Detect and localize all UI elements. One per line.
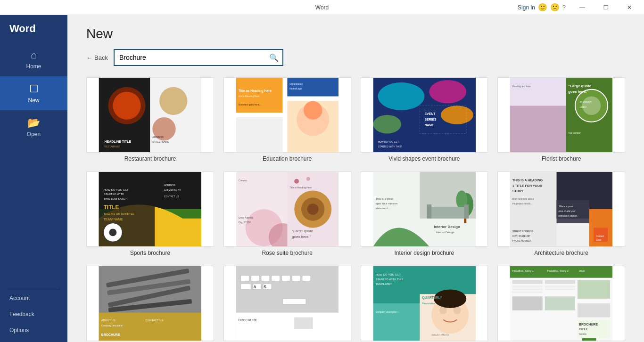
svg-text:ABOUT US: ABOUT US	[101, 319, 116, 322]
svg-text:STARTED WITH: STARTED WITH	[104, 193, 124, 195]
svg-text:STORY: STORY	[512, 189, 524, 193]
svg-text:Headline, Story 1: Headline, Story 1	[512, 269, 534, 272]
svg-text:A: A	[253, 285, 256, 289]
svg-point-65	[306, 177, 310, 181]
svg-text:Contact: Contact	[596, 235, 605, 237]
svg-rect-167	[582, 338, 596, 341]
svg-rect-34	[510, 106, 566, 152]
happy-face-icon[interactable]: 🙂	[538, 3, 547, 12]
template-card-sports[interactable]: HOW DO YOU GET STARTED WITH THIS TEMPLAT…	[86, 171, 214, 256]
svg-rect-137	[373, 303, 420, 341]
sidebar-bottom: Account Feedback Options	[0, 290, 67, 342]
template-label-florist: Florist brochure	[542, 155, 581, 162]
minimize-button[interactable]: —	[571, 0, 593, 15]
template-card-florist[interactable]: FLORIST LOGO "Large quote goes here." To…	[497, 77, 625, 162]
main-content: New ← Back 🔍	[67, 15, 644, 342]
sidebar-item-open[interactable]: 📂 Open	[0, 110, 67, 144]
template-label-education: Education brochure	[263, 155, 312, 162]
svg-text:TITLE: TITLE	[104, 204, 119, 211]
svg-text:Newsletter: Newsletter	[422, 302, 435, 305]
back-arrow-icon: ←	[86, 54, 92, 61]
template-card-rose[interactable]: Title or Heading Here "Large quote goes …	[223, 171, 351, 256]
svg-rect-154	[512, 288, 543, 290]
restore-button[interactable]: ❐	[595, 0, 617, 15]
svg-text:HEADLINE TITLE: HEADLINE TITLE	[105, 140, 132, 143]
sidebar-item-options[interactable]: Options	[0, 322, 67, 338]
svg-rect-159	[578, 280, 610, 299]
close-button[interactable]: ✕	[619, 0, 640, 15]
svg-rect-121	[281, 276, 290, 281]
svg-text:Heading text here: Heading text here	[512, 85, 531, 88]
template-card-baby[interactable]: HOW DO YOU GET STARTED WITH THIS TEMPLAT…	[361, 266, 488, 342]
svg-text:STREET ADDRESS: STREET ADDRESS	[512, 230, 534, 233]
svg-text:spot for a mission: spot for a mission	[375, 202, 397, 205]
search-button[interactable]: 🔍	[265, 50, 282, 65]
svg-text:goes here.": goes here."	[568, 90, 588, 94]
sidebar-item-home[interactable]: ⌂ Home	[0, 42, 67, 76]
svg-text:TEAM NAME: TEAM NAME	[104, 218, 123, 221]
svg-text:STREET NAME: STREET NAME	[152, 141, 169, 143]
svg-text:City, ST ZIP: City, ST ZIP	[238, 221, 251, 224]
sidebar-item-account[interactable]: Account	[0, 290, 67, 306]
svg-text:QUARTERLY: QUARTERLY	[422, 296, 442, 300]
svg-text:Interior Design: Interior Design	[434, 225, 460, 229]
svg-text:HOW DO YOU GET: HOW DO YOU GET	[375, 273, 400, 276]
svg-text:BROCHURE: BROCHURE	[238, 318, 257, 322]
page-title: New	[86, 26, 625, 41]
svg-text:Body text goes here...: Body text goes here...	[238, 104, 261, 106]
search-input[interactable]	[115, 50, 265, 65]
svg-text:BROCHURE: BROCHURE	[101, 333, 120, 336]
svg-text:Company description: Company description	[375, 311, 397, 313]
template-card-keyboard[interactable]: A S COMPANY LOGO BROCHURE	[223, 266, 351, 342]
sidebar-item-feedback[interactable]: Feedback	[0, 306, 67, 322]
template-thumb-sports: HOW DO YOU GET STARTED WITH THIS TEMPLAT…	[86, 171, 214, 247]
svg-rect-161	[545, 296, 575, 310]
svg-text:Company description: Company description	[101, 325, 123, 327]
template-card-restaurant[interactable]: HEADLINE TITLE RESTAURANT ADDRESS STREET…	[86, 77, 214, 162]
svg-rect-124	[240, 284, 251, 290]
template-card-tools[interactable]: ABOUT US CONTACT US Company description …	[86, 266, 214, 342]
back-button[interactable]: ← Back	[86, 54, 108, 61]
template-card-news[interactable]: BROCHURE TITLE Subtitle Headline, Story …	[497, 266, 625, 342]
svg-rect-119	[261, 276, 270, 281]
search-input-wrap: 🔍	[114, 49, 283, 66]
svg-text:Logo: Logo	[596, 239, 602, 241]
svg-text:NAME: NAME	[424, 123, 434, 127]
sad-face-icon[interactable]: 🙁	[550, 3, 560, 12]
svg-text:CONTACT US: CONTACT US	[164, 195, 179, 198]
svg-rect-120	[272, 276, 280, 281]
sign-in-link[interactable]: Sign in	[518, 4, 535, 11]
template-card-architecture[interactable]: Contact Logo THIS IS A HEADING 1 TITLE F…	[497, 171, 625, 256]
svg-text:Great Address: Great Address	[238, 217, 253, 219]
template-card-education[interactable]: Title as Heading Here Add a Heading Here…	[223, 77, 351, 162]
svg-text:"Place a quote: "Place a quote	[559, 205, 574, 208]
svg-point-4	[159, 87, 187, 115]
template-thumb-florist: FLORIST LOGO "Large quote goes here." To…	[497, 77, 625, 153]
sidebar-home-label: Home	[26, 63, 41, 70]
sidebar-nav: ⌂ Home ☐ New 📂 Open	[0, 42, 67, 286]
help-icon[interactable]: ?	[562, 4, 566, 11]
svg-rect-122	[292, 276, 300, 281]
template-grid: HEADLINE TITLE RESTAURANT ADDRESS STREET…	[86, 77, 625, 342]
svg-text:Date: Date	[579, 269, 585, 272]
svg-rect-117	[240, 276, 249, 281]
sidebar-logo: Word	[0, 15, 67, 42]
sidebar-new-label: New	[28, 97, 39, 104]
svg-text:Contoso: Contoso	[238, 179, 247, 182]
svg-text:TAGLINE OR SUBTITLE: TAGLINE OR SUBTITLE	[104, 212, 134, 215]
svg-rect-78	[427, 204, 431, 219]
template-thumb-architecture: Contact Logo THIS IS A HEADING 1 TITLE F…	[497, 171, 625, 247]
template-card-vivid[interactable]: EVENT SERIES NAME HOW DO YOU GET STARTED…	[361, 77, 488, 162]
svg-rect-129	[282, 299, 305, 304]
svg-text:RESTAURANT: RESTAURANT	[105, 146, 120, 148]
content-header: New ← Back 🔍	[67, 15, 644, 73]
template-card-interior[interactable]: This is a great spot for a mission state…	[361, 171, 488, 256]
back-label: Back	[94, 54, 108, 61]
templates-area[interactable]: HEADLINE TITLE RESTAURANT ADDRESS STREET…	[67, 73, 644, 342]
svg-text:TITLE: TITLE	[579, 327, 588, 331]
template-thumb-keyboard: A S COMPANY LOGO BROCHURE	[223, 266, 351, 341]
svg-point-141	[453, 307, 461, 314]
svg-point-3	[113, 92, 140, 120]
search-bar: ← Back 🔍	[86, 49, 625, 66]
sidebar-item-new[interactable]: ☐ New	[0, 76, 67, 110]
